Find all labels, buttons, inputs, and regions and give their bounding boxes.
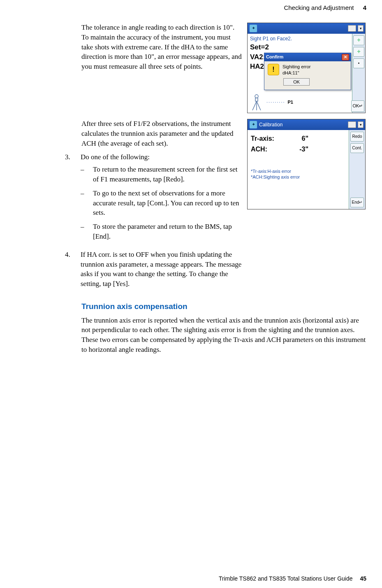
plus-button-2[interactable]: +	[353, 47, 364, 57]
tr-axis-value: 6"	[288, 134, 308, 143]
step-number-3: 3.	[65, 152, 73, 245]
dash: –	[81, 222, 86, 242]
end-button[interactable]: End↵	[350, 198, 364, 207]
plus-button[interactable]: +	[353, 35, 364, 45]
step-3a: To return to the measurement screen for …	[93, 165, 243, 184]
close-icon[interactable]: ✕	[342, 54, 349, 60]
titlebar: ✦ Calibration ▾	[248, 119, 365, 130]
page-footer: Trimble TS862 and TS835 Total Stations U…	[219, 575, 366, 583]
hint-text: Sight P1 on Face2.	[250, 35, 363, 42]
cont-button[interactable]: Cont.	[350, 143, 364, 153]
keyboard-icon	[348, 121, 356, 128]
titlebar: ✦ ▾	[248, 23, 365, 34]
footnote-1: *Tr-axis:H-axis error	[251, 168, 362, 174]
titlebar-text: Calibration	[259, 121, 346, 128]
page-number: 45	[360, 575, 366, 582]
guide-title: Trimble TS862 and TS835 Total Stations U…	[219, 575, 353, 582]
step-number-4: 4.	[65, 250, 73, 289]
dash: –	[81, 188, 86, 218]
step-3b: To go to the next set of observations fo…	[93, 188, 243, 218]
ok-button[interactable]: OK↵	[351, 100, 364, 112]
screenshot-calibration: ✦ Calibration ▾ Tr-axis: 6" ACH: -3"	[247, 119, 366, 209]
dotted-line: ·········	[266, 99, 285, 105]
ach-value: -3"	[288, 145, 308, 154]
app-icon: ✦	[249, 24, 257, 33]
tripod-icon	[250, 94, 264, 111]
side-button[interactable]: •	[353, 58, 364, 68]
subheading-trunnion: Trunnion axis compensation	[81, 301, 366, 312]
step-3c: To store the parameter and return to the…	[93, 222, 243, 242]
dropdown-icon: ▾	[358, 25, 363, 32]
svg-rect-1	[255, 98, 258, 101]
svg-line-4	[257, 101, 261, 110]
p1-label: P1	[288, 99, 293, 105]
dialog-line1: Sighiting error	[282, 64, 310, 70]
svg-line-2	[252, 101, 257, 110]
step-4-text: If HA corr. is set to OFF when you finis…	[81, 251, 241, 288]
paragraph-trunnion: The trunnion axis error is reported when…	[81, 316, 366, 355]
section-title: Checking and Adjustment	[284, 4, 354, 11]
warning-icon: !	[268, 64, 279, 75]
svg-point-0	[255, 95, 258, 98]
step-3-text: Do one of the following:	[81, 153, 150, 161]
survey-graphic: ········· P1	[250, 94, 293, 111]
set-label: Set=2	[250, 42, 363, 52]
app-icon: ✦	[249, 121, 257, 129]
dialog-ok-button[interactable]: OK	[283, 78, 310, 86]
screenshot-confirm-error: ✦ ▾ Sight P1 on Face2. Set=2 VA2: HA2: C…	[247, 23, 366, 113]
side-toolbar: Redo Cont. End↵	[349, 130, 365, 209]
redo-button[interactable]: Redo	[350, 132, 364, 142]
chapter-number: 4	[363, 4, 366, 11]
dialog-title: Confirm	[266, 54, 283, 60]
dash: –	[81, 165, 86, 184]
tr-axis-label: Tr-axis:	[251, 134, 284, 143]
paragraph-after-obs: After three sets of F1/F2 observations, …	[81, 119, 243, 148]
ach-label: ACH:	[251, 145, 284, 154]
dialog-line2: dHA:11"	[282, 70, 310, 76]
page-header: Checking and Adjustment 4	[37, 3, 366, 12]
footnote-2: *ACH:Sighting axis error	[251, 174, 362, 180]
paragraph-tolerance: The tolerance in angle reading to each d…	[81, 23, 243, 72]
dropdown-icon: ▾	[358, 121, 363, 128]
keyboard-icon	[348, 25, 356, 32]
confirm-dialog: Confirm ✕ ! Sighiting error dHA:11" OK	[264, 53, 351, 90]
